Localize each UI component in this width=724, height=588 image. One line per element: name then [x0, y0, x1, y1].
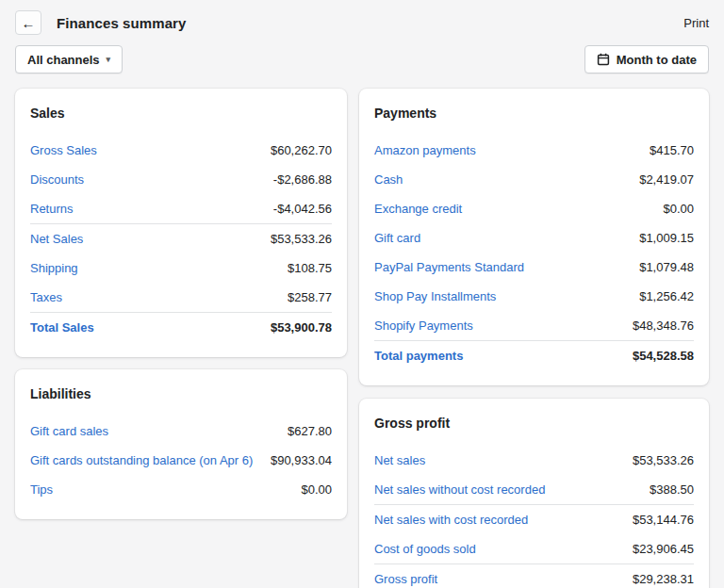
report-row: Gift card sales $627.80 [30, 416, 332, 446]
report-row: Shipping $108.75 [30, 253, 332, 283]
report-row: Discounts -$2,686.88 [30, 165, 332, 194]
report-row: PayPal Payments Standard $1,079.48 [374, 253, 694, 282]
metric-link-discounts[interactable]: Discounts [30, 172, 84, 187]
toolbar: All channels ▾ Month to date [15, 45, 709, 74]
metric-link-amazon-payments[interactable]: Amazon payments [374, 143, 476, 157]
report-row: Net sales with cost recorded $53,144.76 [374, 504, 694, 534]
metric-link-exchange-credit[interactable]: Exchange credit [374, 202, 462, 216]
metric-link-shipping[interactable]: Shipping [30, 261, 78, 275]
metric-link-tips[interactable]: Tips [30, 482, 53, 497]
metric-link-paypal[interactable]: PayPal Payments Standard [374, 260, 524, 274]
report-row: Amazon payments $415.70 [374, 136, 694, 165]
card-title-gross-profit: Gross profit [374, 416, 694, 431]
report-row: Taxes $258.77 [30, 283, 332, 312]
report-row: Net Sales $53,533.26 [30, 223, 332, 253]
report-row: Cash $2,419.07 [374, 165, 694, 194]
card-title-liabilities: Liabilities [30, 386, 332, 401]
metric-value: $1,256.42 [639, 289, 694, 303]
report-row: Net sales without cost recorded $388.50 [374, 475, 694, 504]
report-row: Net sales $53,533.26 [374, 446, 694, 475]
metric-link-cash[interactable]: Cash [374, 172, 403, 187]
metric-value: $388.50 [650, 482, 694, 497]
gross-profit-card: Gross profit Net sales $53,533.26 Net sa… [359, 399, 709, 588]
report-row: Exchange credit $0.00 [374, 194, 694, 223]
metric-value: $0.00 [301, 482, 332, 497]
report-row: Returns -$4,042.56 [30, 194, 332, 223]
chevron-down-icon: ▾ [107, 55, 111, 64]
report-row: Gross profit $29,238.31 [374, 564, 694, 588]
report-row: Shop Pay Installments $1,256.42 [374, 282, 694, 311]
metric-link-net-sales-without-cost[interactable]: Net sales without cost recorded [374, 482, 545, 497]
metric-link-gift-card-sales[interactable]: Gift card sales [30, 424, 108, 438]
metric-value: $90,933.04 [271, 453, 332, 467]
date-range-button[interactable]: Month to date [584, 45, 709, 74]
metric-value: -$2,686.88 [273, 172, 332, 187]
back-button[interactable]: ← [15, 10, 41, 35]
metric-value: $258.77 [288, 290, 332, 304]
payments-card: Payments Amazon payments $415.70 Cash $2… [359, 89, 709, 385]
metric-value: $415.70 [650, 143, 694, 157]
print-button[interactable]: Print [683, 16, 709, 30]
metric-value: $53,144.76 [633, 513, 694, 527]
metric-value: $53,900.78 [271, 320, 332, 335]
report-row-total: Total Sales $53,900.78 [30, 312, 332, 342]
metric-link-taxes[interactable]: Taxes [30, 290, 62, 304]
back-arrow-icon: ← [22, 15, 36, 31]
metric-value: $23,906.45 [633, 542, 694, 556]
metric-link-total-payments[interactable]: Total payments [374, 349, 463, 363]
metric-value: $60,262.70 [271, 143, 332, 157]
metric-value: $29,238.31 [633, 572, 694, 586]
metric-link-gift-cards-outstanding[interactable]: Gift cards outstanding balance (on Apr 6… [30, 453, 253, 467]
page-header: ← Finances summary Print [15, 8, 709, 38]
metric-value: $108.75 [288, 261, 332, 275]
report-row: Gift cards outstanding balance (on Apr 6… [30, 446, 332, 475]
metric-link-gross-sales[interactable]: Gross Sales [30, 143, 97, 157]
metric-value: $0.00 [663, 202, 694, 216]
metric-link-shopify-payments[interactable]: Shopify Payments [374, 318, 473, 333]
calendar-icon [597, 53, 610, 66]
sales-card: Sales Gross Sales $60,262.70 Discounts -… [15, 89, 347, 357]
metric-link-net-sales[interactable]: Net Sales [30, 232, 83, 246]
channel-filter-button[interactable]: All channels ▾ [15, 45, 123, 74]
metric-value: -$4,042.56 [273, 202, 332, 216]
metric-value: $48,348.76 [633, 318, 694, 333]
card-title-payments: Payments [374, 106, 694, 121]
right-column: Payments Amazon payments $415.70 Cash $2… [359, 89, 709, 588]
left-column: Sales Gross Sales $60,262.70 Discounts -… [15, 89, 347, 519]
metric-value: $1,009.15 [639, 231, 694, 245]
metric-value: $53,533.26 [271, 232, 332, 246]
report-row: Tips $0.00 [30, 475, 332, 504]
metric-link-total-sales[interactable]: Total Sales [30, 320, 94, 335]
report-row-total: Total payments $54,528.58 [374, 340, 694, 370]
report-row: Gift card $1,009.15 [374, 223, 694, 253]
metric-value: $627.80 [288, 424, 332, 438]
metric-value: $1,079.48 [639, 260, 694, 274]
report-cards: Sales Gross Sales $60,262.70 Discounts -… [15, 89, 709, 588]
metric-link-cost-of-goods-sold[interactable]: Cost of goods sold [374, 542, 476, 556]
report-row: Shopify Payments $48,348.76 [374, 311, 694, 340]
metric-link-returns[interactable]: Returns [30, 202, 74, 216]
metric-link-shop-pay-installments[interactable]: Shop Pay Installments [374, 289, 496, 303]
metric-value: $2,419.07 [639, 172, 694, 187]
report-row: Cost of goods sold $23,906.45 [374, 534, 694, 564]
metric-link-gross-profit[interactable]: Gross profit [374, 572, 437, 586]
card-title-sales: Sales [30, 106, 332, 121]
channel-filter-label: All channels [27, 53, 100, 67]
liabilities-card: Liabilities Gift card sales $627.80 Gift… [15, 369, 347, 519]
metric-value: $53,533.26 [633, 453, 694, 467]
report-row: Gross Sales $60,262.70 [30, 136, 332, 165]
metric-link-net-sales-with-cost[interactable]: Net sales with cost recorded [374, 513, 528, 527]
metric-link-gift-card[interactable]: Gift card [374, 231, 420, 245]
metric-link-net-sales-gp[interactable]: Net sales [374, 453, 425, 467]
date-range-label: Month to date [617, 53, 697, 67]
metric-value: $54,528.58 [633, 349, 694, 363]
finances-summary-page: ← Finances summary Print All channels ▾ … [0, 0, 724, 588]
page-title: Finances summary [57, 15, 187, 31]
